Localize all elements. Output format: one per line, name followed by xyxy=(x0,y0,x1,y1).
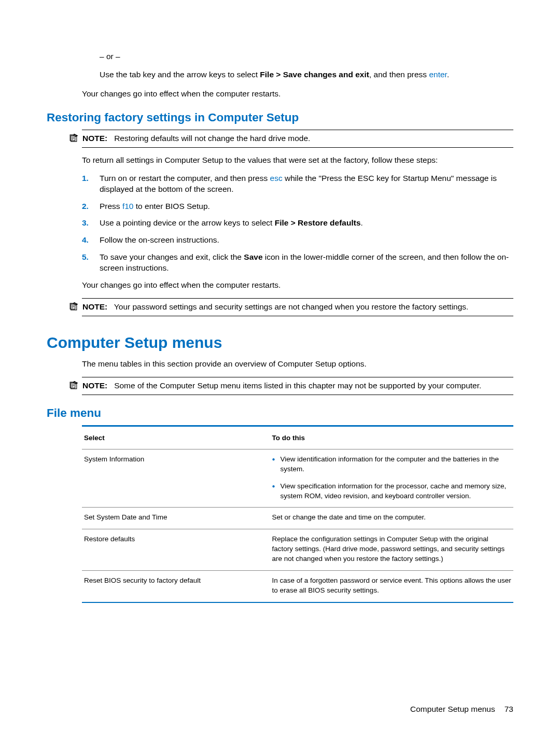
heading-computer-setup-menus: Computer Setup menus xyxy=(47,334,513,352)
step-item: 1. Turn on or restart the computer, and … xyxy=(82,173,513,195)
text-fragment: To save your changes and exit, click the xyxy=(100,252,244,261)
text-fragment: . xyxy=(361,218,363,227)
heading-restoring: Restoring factory settings in Computer S… xyxy=(47,111,513,124)
step-text: Use a pointing device or the arrow keys … xyxy=(100,218,513,229)
note-icon xyxy=(68,302,78,312)
table-cell-todo: Set or change the date and time on the c… xyxy=(272,513,511,523)
step-item: 3. Use a pointing device or the arrow ke… xyxy=(82,218,513,229)
bullet-text: View identification information for the … xyxy=(281,455,511,474)
note-text: NOTE: Your password settings and securit… xyxy=(82,302,513,313)
table-header-select: Select xyxy=(84,434,272,442)
table-cell-todo: ●View identification information for the… xyxy=(272,455,511,501)
note-block: NOTE: Some of the Computer Setup menu it… xyxy=(82,377,513,395)
footer-page-number: 73 xyxy=(505,705,513,713)
steps-list: 1. Turn on or restart the computer, and … xyxy=(82,173,513,274)
step-number: 4. xyxy=(82,235,92,246)
heading-file-menu: File menu xyxy=(47,406,513,420)
tabkey-instruction: Use the tab key and the arrow keys to se… xyxy=(100,69,513,80)
list-item: ●View specification information for the … xyxy=(272,482,511,501)
bullet-icon: ● xyxy=(272,455,275,464)
text-fragment: Press xyxy=(100,202,122,210)
step-text: To save your changes and exit, click the… xyxy=(100,252,513,274)
step-text: Press f10 to enter BIOS Setup. xyxy=(100,201,513,212)
file-menu-table: Select To do this System Information ●Vi… xyxy=(82,425,513,603)
table-cell-select: Reset BIOS security to factory default xyxy=(84,576,272,596)
or-separator: – or – xyxy=(100,52,513,61)
table-cell-select: Restore defaults xyxy=(84,535,272,564)
menu-path: File > Restore defaults xyxy=(275,218,361,227)
step-number: 3. xyxy=(82,218,92,229)
step-number: 1. xyxy=(82,173,92,184)
table-header-row: Select To do this xyxy=(82,427,513,449)
menus-intro: The menu tables in this section provide … xyxy=(82,359,513,370)
step-number: 2. xyxy=(82,201,92,212)
note-block: NOTE: Your password settings and securit… xyxy=(82,298,513,316)
note-icon xyxy=(68,133,78,143)
icon-name: Save xyxy=(244,252,262,261)
page-footer: Computer Setup menus73 xyxy=(410,705,513,714)
step-item: 2. Press f10 to enter BIOS Setup. xyxy=(82,201,513,212)
table-cell-select: System Information xyxy=(84,455,272,501)
text-fragment: . xyxy=(447,70,449,79)
key-name: f10 xyxy=(122,202,134,210)
text-fragment: to enter BIOS Setup. xyxy=(134,202,210,210)
restoring-intro: To return all settings in Computer Setup… xyxy=(82,155,513,166)
note-body: Some of the Computer Setup menu items li… xyxy=(114,381,481,390)
table-cell-todo: Replace the configuration settings in Co… xyxy=(272,535,511,564)
bullet-list: ●View identification information for the… xyxy=(272,455,511,501)
bullet-icon: ● xyxy=(272,482,275,491)
menu-path: File > Save changes and exit xyxy=(260,70,369,79)
table-cell-select: Set System Date and Time xyxy=(84,513,272,523)
table-row: Restore defaults Replace the configurati… xyxy=(82,529,513,571)
table-cell-todo: In case of a forgotten password or servi… xyxy=(272,576,511,596)
text-fragment: Use a pointing device or the arrow keys … xyxy=(100,218,275,227)
text-fragment: Use the tab key and the arrow keys to se… xyxy=(100,70,260,79)
note-body: Restoring defaults will not change the h… xyxy=(114,134,310,143)
text-fragment: Turn on or restart the computer, and the… xyxy=(100,174,270,182)
footer-section: Computer Setup menus xyxy=(410,705,495,713)
note-label: NOTE: xyxy=(82,302,107,311)
step-item: 4. Follow the on-screen instructions. xyxy=(82,235,513,246)
list-item: ●View identification information for the… xyxy=(272,455,511,474)
restart-note: Your changes go into effect when the com… xyxy=(82,89,513,100)
table-row: System Information ●View identification … xyxy=(82,449,513,508)
note-text: NOTE: Restoring defaults will not change… xyxy=(82,133,513,144)
bullet-text: View specification information for the p… xyxy=(281,482,511,501)
note-icon xyxy=(68,381,78,390)
note-label: NOTE: xyxy=(82,134,107,143)
key-name: esc xyxy=(270,174,283,182)
note-block: NOTE: Restoring defaults will not change… xyxy=(82,130,513,148)
step-item: 5. To save your changes and exit, click … xyxy=(82,252,513,274)
step-text: Follow the on-screen instructions. xyxy=(100,235,513,246)
table-header-todo: To do this xyxy=(272,434,511,442)
note-label: NOTE: xyxy=(82,381,107,390)
text-fragment: , and then press xyxy=(369,70,429,79)
note-body: Your password settings and security sett… xyxy=(114,302,469,311)
step-number: 5. xyxy=(82,252,92,263)
table-row: Set System Date and Time Set or change t… xyxy=(82,508,513,529)
document-page: – or – Use the tab key and the arrow key… xyxy=(0,0,560,745)
restart-note: Your changes go into effect when the com… xyxy=(82,280,513,291)
key-name: enter xyxy=(429,70,446,79)
step-text: Turn on or restart the computer, and the… xyxy=(100,173,513,195)
note-text: NOTE: Some of the Computer Setup menu it… xyxy=(82,381,513,391)
page-content: – or – Use the tab key and the arrow key… xyxy=(82,52,513,603)
table-row: Reset BIOS security to factory default I… xyxy=(82,571,513,603)
